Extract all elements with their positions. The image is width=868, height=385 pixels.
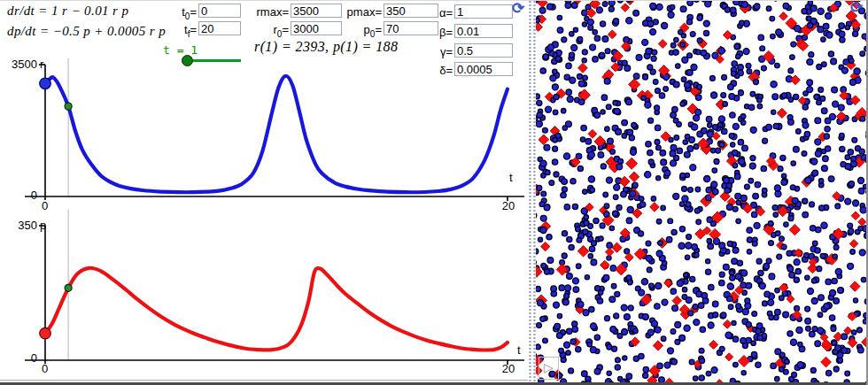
prey-dot bbox=[584, 220, 589, 226]
prey-dot bbox=[647, 21, 654, 27]
prey-dot bbox=[757, 335, 763, 340]
prey-dot bbox=[602, 36, 608, 42]
prey-dot bbox=[732, 336, 738, 342]
prey-dot bbox=[639, 202, 645, 207]
prey-dot bbox=[680, 173, 686, 178]
predator-dot bbox=[629, 172, 639, 181]
prey-dot bbox=[593, 218, 599, 223]
prey-dot bbox=[735, 273, 741, 280]
prey-dot bbox=[662, 299, 668, 305]
prey-dot bbox=[802, 122, 809, 128]
prey-dot bbox=[851, 161, 857, 167]
prey-dot bbox=[730, 7, 736, 13]
prey-dot bbox=[727, 241, 732, 246]
prey-dot bbox=[565, 285, 571, 291]
prey-dot bbox=[553, 138, 558, 143]
prey-dot bbox=[732, 258, 738, 265]
lotka-volterra-applet: dr/dt = 1 r − 0.01 r p dp/dt = −0.5 p + … bbox=[0, 0, 868, 385]
prey-dot bbox=[825, 146, 830, 151]
prey-dot bbox=[551, 286, 557, 292]
p0-point[interactable] bbox=[40, 327, 51, 339]
prey-dot bbox=[805, 177, 811, 183]
r0-point[interactable] bbox=[40, 78, 51, 89]
prey-dot bbox=[624, 314, 631, 320]
prey-dot bbox=[693, 304, 698, 310]
prey-dot bbox=[757, 98, 762, 103]
prey-dot bbox=[833, 366, 839, 372]
prey-dot bbox=[746, 322, 751, 327]
prey-dot bbox=[608, 6, 614, 12]
prey-dot bbox=[851, 330, 856, 335]
prey-dot bbox=[658, 241, 663, 246]
prey-dot bbox=[632, 182, 638, 188]
prey-dot bbox=[787, 250, 792, 256]
prey-dot bbox=[810, 226, 816, 231]
prey-dot bbox=[622, 60, 627, 65]
prey-dot bbox=[656, 4, 663, 10]
t-axis-zero-label-top: 0 bbox=[42, 200, 48, 212]
prey-dot bbox=[747, 69, 752, 74]
prey-dot bbox=[775, 288, 779, 292]
prey-dot bbox=[585, 275, 589, 280]
play-animation-button[interactable]: ▷ bbox=[539, 357, 559, 380]
prey-dot bbox=[732, 321, 736, 326]
prey-dot bbox=[628, 305, 633, 311]
prey-dot bbox=[794, 94, 799, 99]
prey-dot bbox=[826, 32, 833, 38]
prey-dot bbox=[682, 288, 686, 292]
prey-dot bbox=[582, 22, 586, 27]
prey-dot bbox=[775, 63, 780, 68]
prey-dot bbox=[756, 323, 763, 329]
prey-dot bbox=[651, 56, 656, 61]
reset-simulation-icon[interactable]: ⟳ bbox=[848, 0, 865, 17]
prey-dot bbox=[825, 127, 830, 132]
prey-dot bbox=[603, 192, 608, 197]
prey-dot bbox=[645, 172, 651, 178]
prey-dot bbox=[675, 322, 681, 328]
t-axis-name-bottom: t bbox=[517, 344, 521, 356]
prey-dot bbox=[674, 37, 678, 42]
prey-dot bbox=[772, 205, 778, 211]
prey-dot bbox=[655, 283, 662, 289]
predator-dot bbox=[789, 225, 800, 235]
prey-dot bbox=[564, 204, 570, 210]
prey-dot bbox=[697, 84, 702, 89]
predator-dot bbox=[538, 0, 548, 8]
prey-dot bbox=[808, 289, 814, 295]
prey-dot bbox=[731, 71, 736, 76]
prey-dot bbox=[788, 216, 794, 221]
predator-dot bbox=[777, 108, 787, 118]
prey-dot bbox=[772, 94, 779, 100]
prey-dot bbox=[536, 249, 539, 254]
prey-dot bbox=[750, 127, 756, 133]
prey-dot bbox=[825, 13, 832, 19]
prey-dot bbox=[708, 322, 714, 328]
prey-dot bbox=[598, 152, 604, 158]
prey-dot bbox=[599, 236, 603, 241]
predator-dot bbox=[723, 320, 732, 329]
prey-dot bbox=[747, 250, 751, 254]
prey-dot bbox=[608, 138, 614, 144]
prey-dot bbox=[569, 368, 574, 373]
prey-dot bbox=[701, 293, 708, 299]
prey-dot bbox=[547, 44, 554, 50]
predator-dot bbox=[650, 203, 660, 212]
prey-dot bbox=[781, 93, 787, 98]
prey-dot bbox=[825, 279, 831, 284]
prey-dot bbox=[540, 215, 546, 221]
prey-dot bbox=[773, 123, 779, 128]
prey-dot bbox=[858, 178, 864, 184]
prey-dot bbox=[857, 327, 863, 333]
prey-dot bbox=[613, 195, 618, 200]
prey-dot bbox=[601, 21, 606, 27]
prey-dot bbox=[807, 59, 813, 65]
prey-dot bbox=[710, 76, 716, 81]
prey-dot bbox=[841, 334, 848, 340]
prey-dot bbox=[677, 280, 683, 286]
prey-dot bbox=[612, 346, 617, 351]
prey-dot bbox=[790, 55, 795, 60]
prey-dot bbox=[538, 237, 542, 242]
prey-dot bbox=[756, 258, 762, 264]
prey-dot bbox=[706, 371, 711, 376]
panel-separator[interactable] bbox=[528, 0, 536, 382]
